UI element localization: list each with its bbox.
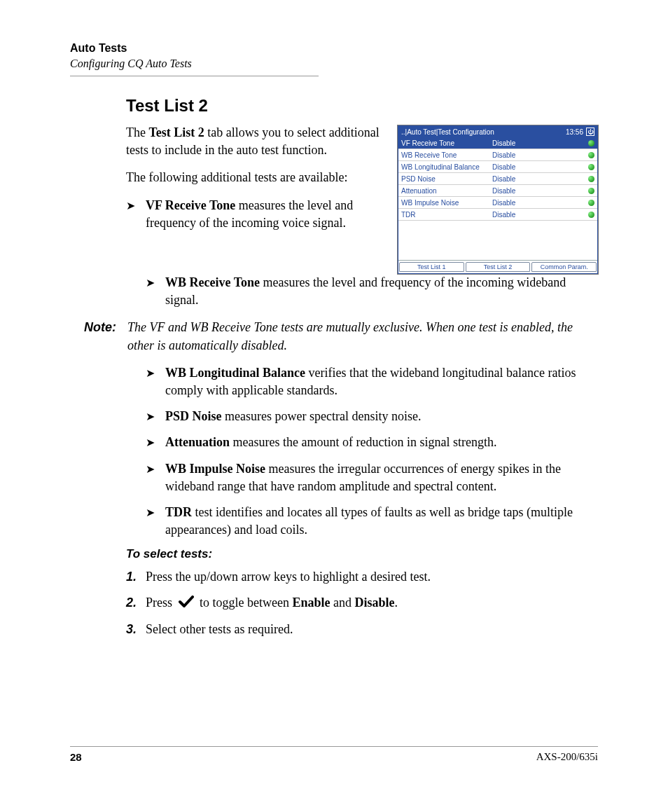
page-number: 28	[70, 751, 82, 763]
doc-id: AXS-200/635i	[536, 751, 598, 763]
breadcrumb: ..|Auto Test|Test Configuration	[401, 128, 494, 136]
status-dot-icon	[588, 176, 594, 182]
table-row: AttenuationDisable	[398, 185, 597, 197]
step-item: 1. Press the up/down arrow keys to highl…	[126, 567, 598, 587]
step-item: 3. Select other tests as required.	[126, 619, 598, 640]
list-item: WB Impulse Noise measures the irregular …	[146, 460, 598, 495]
screenshot-tab: Test List 2	[466, 262, 531, 272]
clock: 13:56	[566, 128, 583, 136]
section-title: Test List 2	[126, 96, 598, 116]
status-dot-icon	[588, 188, 594, 194]
bullet-list-top: VF Receive Tone measures the level and f…	[126, 197, 385, 232]
table-row: WB Receive ToneDisable	[398, 149, 597, 161]
status-dot-icon	[588, 140, 594, 146]
status-dot-icon	[588, 200, 594, 206]
procedure-steps: 1. Press the up/down arrow keys to highl…	[126, 567, 598, 640]
page-header: Auto Tests Configuring CQ Auto Tests	[70, 42, 319, 76]
screenshot-tab: Common Param.	[531, 262, 597, 272]
list-item: WB Longitudinal Balance verifies that th…	[146, 364, 598, 399]
header-title: Auto Tests	[70, 42, 319, 55]
bullet-list-bottom: WB Longitudinal Balance verifies that th…	[146, 364, 598, 539]
screenshot-tab: Test List 1	[399, 262, 464, 272]
main-content: Test List 2 The Test List 2 tab allows y…	[126, 96, 598, 309]
list-item: Attenuation measures the amount of reduc…	[146, 434, 598, 451]
status-dot-icon	[588, 164, 594, 170]
power-icon: ⏻	[586, 128, 594, 136]
checkmark-icon	[179, 594, 194, 614]
note-block: Note: The VF and WB Receive Tone tests a…	[84, 319, 598, 354]
list-item: PSD Noise measures power spectral densit…	[146, 408, 598, 425]
bullet-list-mid: WB Receive Tone measures the level and f…	[146, 274, 598, 309]
table-row: PSD NoiseDisable	[398, 173, 597, 185]
screenshot-titlebar: ..|Auto Test|Test Configuration 13:56 ⏻	[398, 126, 597, 137]
note-text: The VF and WB Receive Tone tests are mut…	[127, 319, 598, 354]
step-item: 2. Press to toggle between Enable and Di…	[126, 593, 598, 614]
screenshot-tabs: Test List 1Test List 2Common Param.	[398, 260, 597, 273]
list-item: WB Receive Tone measures the level and f…	[146, 274, 598, 309]
list-item: VF Receive Tone measures the level and f…	[126, 197, 385, 232]
status-dot-icon	[588, 152, 594, 158]
intro-paragraph-2: The following additional tests are avail…	[126, 169, 385, 186]
table-row: VF Receive ToneDisable	[398, 137, 597, 149]
intro-paragraph-1: The Test List 2 tab allows you to select…	[126, 124, 385, 159]
table-row: WB Longitudinal BalanceDisable	[398, 161, 597, 173]
page-footer: 28 AXS-200/635i	[70, 746, 598, 763]
device-screenshot: ..|Auto Test|Test Configuration 13:56 ⏻ …	[398, 125, 598, 274]
table-row: WB Impulse NoiseDisable	[398, 197, 597, 209]
list-item: TDR test identifies and locates all type…	[146, 504, 598, 539]
header-subtitle: Configuring CQ Auto Tests	[70, 57, 319, 70]
note-label: Note:	[84, 319, 127, 354]
table-row: TDRDisable	[398, 209, 597, 221]
status-dot-icon	[588, 212, 594, 218]
procedure-heading: To select tests:	[126, 547, 598, 561]
